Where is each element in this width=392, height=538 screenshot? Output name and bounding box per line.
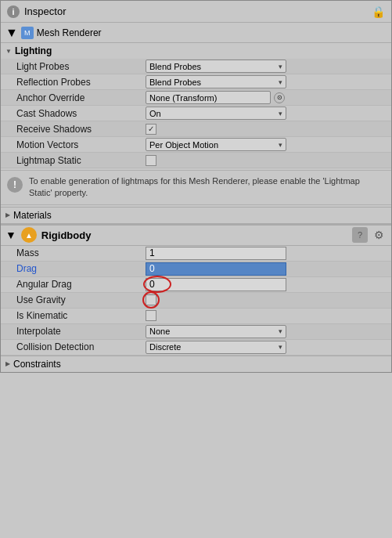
light-probes-dropdown[interactable]: Blend Probes ▾ (146, 60, 286, 73)
info-icon: i (7, 5, 20, 18)
chevron-down-icon: ▾ (279, 343, 282, 351)
light-probes-value: Blend Probes ▾ (146, 60, 391, 73)
cast-shadows-row: Cast Shadows On ▾ (1, 106, 391, 121)
lightmap-info-box: ! To enable generation of lightmaps for … (1, 170, 391, 205)
angular-drag-value (146, 278, 391, 291)
collision-detection-label: Collision Detection (1, 341, 146, 352)
anchor-override-dropdown[interactable]: None (Transform) (146, 91, 271, 104)
drag-value (146, 262, 391, 276)
reflection-probes-dropdown[interactable]: Blend Probes ▾ (146, 75, 286, 88)
rigidbody-header[interactable]: ▼ ▲ Rigidbody ? ⚙ (1, 224, 391, 246)
anchor-override-row: Anchor Override None (Transform) ⊙ (1, 90, 391, 106)
angular-drag-wrapper (146, 278, 286, 291)
inspector-window: i Inspector 🔒 ▼ M Mesh Renderer ▼ Lighti… (0, 0, 392, 373)
reflection-probes-label: Reflection Probes (1, 77, 146, 88)
mesh-renderer-icon: M (21, 27, 34, 39)
drag-row: Drag (1, 262, 391, 277)
inspector-title: Inspector (24, 5, 66, 17)
mass-value (146, 247, 391, 260)
chevron-down-icon: ▾ (279, 141, 282, 149)
chevron-down-icon: ▾ (279, 110, 282, 117)
is-kinematic-label: Is Kinematic (1, 310, 146, 321)
reflection-probes-row: Reflection Probes Blend Probes ▾ (1, 74, 391, 90)
lighting-section-title[interactable]: ▼ Lighting (1, 43, 391, 59)
is-kinematic-value (146, 310, 391, 321)
motion-vectors-row: Motion Vectors Per Object Motion ▾ (1, 137, 391, 153)
use-gravity-row: Use Gravity (1, 293, 391, 309)
mesh-renderer-name: Mesh Renderer (37, 27, 102, 38)
rigidbody-body: Mass Drag Angular Drag Use Gravity (1, 246, 391, 356)
use-gravity-value (146, 294, 391, 305)
anchor-override-value: None (Transform) ⊙ (146, 91, 391, 104)
interpolate-dropdown[interactable]: None ▾ (146, 325, 286, 338)
lightmap-static-checkbox[interactable] (146, 155, 156, 166)
reflection-probes-value: Blend Probes ▾ (146, 75, 391, 88)
lightmap-static-label: Lightmap Static (1, 155, 146, 166)
use-gravity-label: Use Gravity (1, 294, 146, 305)
is-kinematic-row: Is Kinematic (1, 309, 391, 324)
mass-input[interactable] (146, 247, 286, 260)
lightmap-static-value (146, 155, 391, 166)
constraints-label: Constraints (13, 359, 61, 370)
interpolate-row: Interpolate None ▾ (1, 324, 391, 340)
info-text: To enable generation of lightmaps for th… (29, 175, 385, 200)
rigidbody-name: Rigidbody (41, 229, 92, 241)
collision-detection-dropdown[interactable]: Discrete ▾ (146, 341, 286, 354)
drag-input[interactable] (146, 262, 286, 276)
inspector-header: i Inspector 🔒 (1, 1, 391, 23)
drag-label: Drag (1, 263, 146, 274)
cast-shadows-label: Cast Shadows (1, 108, 146, 119)
chevron-down-icon: ▾ (279, 63, 282, 70)
lighting-label: Lighting (15, 45, 52, 56)
angular-drag-label: Angular Drag (1, 279, 146, 290)
help-icon[interactable]: ? (352, 227, 368, 243)
use-gravity-checkbox[interactable] (146, 294, 156, 305)
materials-row[interactable]: ▶ Materials (1, 207, 391, 224)
lightmap-static-row: Lightmap Static (1, 153, 391, 168)
mass-label: Mass (1, 247, 146, 258)
interpolate-value: None ▾ (146, 325, 391, 338)
lighting-triangle: ▼ (5, 48, 12, 55)
mass-row: Mass (1, 246, 391, 262)
materials-label: Materials (13, 210, 52, 221)
motion-vectors-dropdown[interactable]: Per Object Motion ▾ (146, 138, 286, 151)
cast-shadows-value: On ▾ (146, 107, 391, 120)
receive-shadows-row: Receive Shadows (1, 121, 391, 137)
mesh-renderer-header[interactable]: ▼ M Mesh Renderer (1, 23, 391, 43)
motion-vectors-label: Motion Vectors (1, 139, 146, 150)
use-gravity-wrapper (146, 294, 156, 305)
cast-shadows-dropdown[interactable]: On ▾ (146, 107, 286, 120)
receive-shadows-value (146, 124, 391, 135)
target-icon[interactable]: ⊙ (274, 92, 285, 103)
receive-shadows-checkbox[interactable] (146, 124, 156, 135)
chevron-down-icon: ▾ (279, 78, 282, 86)
light-probes-row: Light Probes Blend Probes ▾ (1, 59, 391, 74)
lighting-section: ▼ Lighting Light Probes Blend Probes ▾ R… (1, 43, 391, 205)
is-kinematic-checkbox[interactable] (146, 310, 156, 321)
materials-triangle: ▶ (5, 211, 10, 218)
anchor-override-label: Anchor Override (1, 92, 146, 103)
constraints-row[interactable]: ▶ Constraints (1, 356, 391, 372)
receive-shadows-label: Receive Shadows (1, 124, 146, 135)
interpolate-label: Interpolate (1, 326, 146, 337)
chevron-down-icon: ▾ (279, 327, 282, 335)
angular-drag-input[interactable] (146, 278, 286, 291)
angular-drag-row: Angular Drag (1, 277, 391, 293)
motion-vectors-value: Per Object Motion ▾ (146, 138, 391, 151)
rigidbody-icon: ▲ (21, 227, 37, 243)
lock-icon[interactable]: 🔒 (372, 5, 385, 18)
collision-detection-row: Collision Detection Discrete ▾ (1, 340, 391, 356)
constraints-triangle: ▶ (5, 360, 10, 367)
light-probes-label: Light Probes (1, 61, 146, 72)
rigidbody-actions: ? ⚙ (352, 227, 387, 243)
info-icon: ! (7, 177, 23, 193)
gear-icon[interactable]: ⚙ (371, 227, 387, 243)
collision-detection-value: Discrete ▾ (146, 341, 391, 354)
